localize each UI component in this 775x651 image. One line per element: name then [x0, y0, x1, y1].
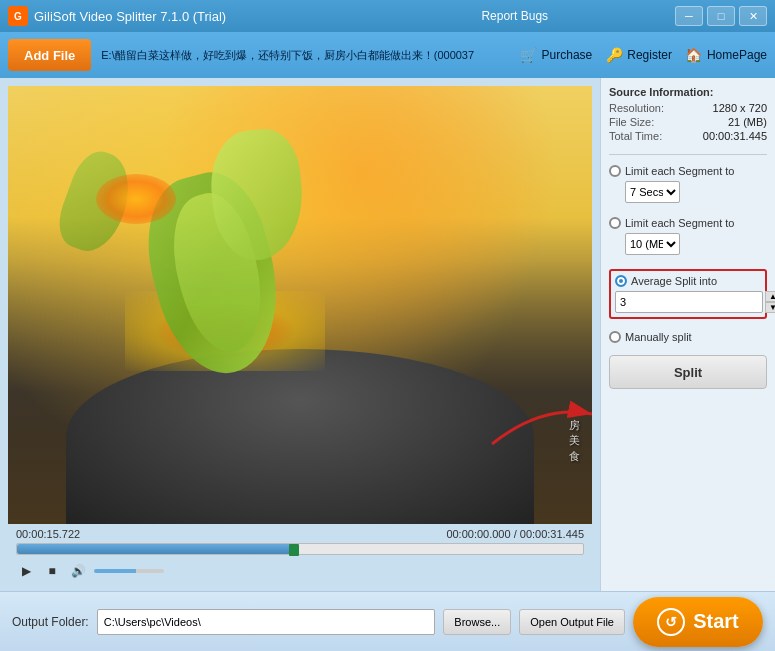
- avg-split-label: Average Split into: [631, 275, 717, 287]
- limit-mb-row: Limit each Segment to: [609, 217, 767, 229]
- open-output-button[interactable]: Open Output File: [519, 609, 625, 635]
- totaltime-row: Total Time: 00:00:31.445: [609, 130, 767, 142]
- progress-thumb[interactable]: [289, 544, 299, 556]
- flame-visual: [96, 174, 176, 224]
- purchase-icon: 🛒: [519, 45, 539, 65]
- totaltime-label: Total Time:: [609, 130, 662, 142]
- avg-split-input[interactable]: [615, 291, 763, 313]
- mb-control: 10 (MB) 20 (MB) 50 (MB) 100 (MB): [625, 233, 767, 255]
- toolbar: Add File E:\醋留白菜这样做，好吃到爆，还特别下饭，厨房小白都能做出来…: [0, 32, 775, 78]
- avg-split-label-row: Average Split into: [615, 275, 761, 287]
- app-logo: G: [8, 6, 28, 26]
- file-path: E:\醋留白菜这样做，好吃到爆，还特别下饭，厨房小白都能做出来！(000037: [101, 48, 510, 63]
- stop-button[interactable]: ■: [42, 561, 62, 581]
- resolution-label: Resolution:: [609, 102, 664, 114]
- timeline-area: 00:00:15.722 00:00:00.000 / 00:00:31.445…: [8, 524, 592, 583]
- right-panel: Source Information: Resolution: 1280 x 7…: [600, 78, 775, 591]
- source-info-title: Source Information:: [609, 86, 767, 98]
- volume-slider[interactable]: [94, 569, 164, 573]
- output-folder-label: Output Folder:: [12, 615, 89, 629]
- manual-split-radio[interactable]: [609, 331, 621, 343]
- bottom-bar: Output Folder: Browse... Open Output Fil…: [0, 591, 775, 651]
- limit-secs-radio[interactable]: [609, 165, 621, 177]
- avg-split-input-row: ▲ ▼: [615, 291, 761, 313]
- output-path-input[interactable]: [97, 609, 436, 635]
- divider-1: [609, 154, 767, 155]
- manual-split-option: Manually split: [609, 331, 767, 343]
- time-display: 00:00:15.722 00:00:00.000 / 00:00:31.445: [16, 528, 584, 540]
- limit-secs-row: Limit each Segment to: [609, 165, 767, 177]
- add-file-button[interactable]: Add File: [8, 39, 91, 71]
- home-icon: 🏠: [684, 45, 704, 65]
- browse-button[interactable]: Browse...: [443, 609, 511, 635]
- playback-controls: ▶ ■ 🔊: [16, 559, 584, 583]
- register-link[interactable]: 🔑 Register: [604, 45, 672, 65]
- wok-visual: [66, 349, 533, 524]
- homepage-link[interactable]: 🏠 HomePage: [684, 45, 767, 65]
- filesize-value: 21 (MB): [728, 116, 767, 128]
- play-button[interactable]: ▶: [16, 561, 36, 581]
- window-controls: ─ □ ✕: [675, 6, 767, 26]
- mb-dropdown[interactable]: 10 (MB) 20 (MB) 50 (MB) 100 (MB): [625, 233, 680, 255]
- titlebar: G GiliSoft Video Splitter 7.1.0 (Trial) …: [0, 0, 775, 32]
- video-scene: 小 房 美 食: [8, 86, 592, 524]
- purchase-link[interactable]: 🛒 Purchase: [519, 45, 593, 65]
- resolution-row: Resolution: 1280 x 720: [609, 102, 767, 114]
- limit-mb-radio[interactable]: [609, 217, 621, 229]
- spin-up-button[interactable]: ▲: [765, 291, 775, 302]
- avg-split-radio[interactable]: [615, 275, 627, 287]
- toolbar-links: 🛒 Purchase 🔑 Register 🏠 HomePage: [519, 45, 767, 65]
- limit-mb-option: Limit each Segment to 10 (MB) 20 (MB) 50…: [609, 217, 767, 261]
- video-text-overlay: 小 房 美 食: [569, 402, 580, 464]
- report-bugs-link[interactable]: Report Bugs: [355, 9, 676, 23]
- start-label: Start: [693, 610, 739, 633]
- limit-mb-label: Limit each Segment to: [625, 217, 734, 229]
- progress-fill: [17, 544, 294, 554]
- spin-down-button[interactable]: ▼: [765, 302, 775, 313]
- source-info: Source Information: Resolution: 1280 x 7…: [609, 86, 767, 144]
- resolution-value: 1280 x 720: [713, 102, 767, 114]
- video-panel: 小 房 美 食 00:00:15.722 00:00:00.0: [0, 78, 600, 591]
- register-icon: 🔑: [604, 45, 624, 65]
- minimize-button[interactable]: ─: [675, 6, 703, 26]
- current-time: 00:00:15.722: [16, 528, 80, 540]
- close-button[interactable]: ✕: [739, 6, 767, 26]
- spin-buttons: ▲ ▼: [765, 291, 775, 313]
- secs-dropdown[interactable]: 7 Secs 10 Secs 15 Secs 30 Secs 60 Secs: [625, 181, 680, 203]
- avg-split-option: Average Split into ▲ ▼: [609, 269, 767, 319]
- limit-secs-label: Limit each Segment to: [625, 165, 734, 177]
- manual-split-label: Manually split: [625, 331, 692, 343]
- total-time: 00:00:00.000 / 00:00:31.445: [446, 528, 584, 540]
- start-button[interactable]: ↺ Start: [633, 597, 763, 647]
- video-container[interactable]: 小 房 美 食: [8, 86, 592, 524]
- maximize-button[interactable]: □: [707, 6, 735, 26]
- volume-button[interactable]: 🔊: [68, 561, 88, 581]
- app-title: GiliSoft Video Splitter 7.1.0 (Trial): [34, 9, 355, 24]
- main-content: 小 房 美 食 00:00:15.722 00:00:00.0: [0, 78, 775, 591]
- progress-bar[interactable]: [16, 543, 584, 555]
- split-button[interactable]: Split: [609, 355, 767, 389]
- filesize-label: File Size:: [609, 116, 654, 128]
- start-icon: ↺: [657, 608, 685, 636]
- limit-secs-option: Limit each Segment to 7 Secs 10 Secs 15 …: [609, 165, 767, 209]
- secs-control: 7 Secs 10 Secs 15 Secs 30 Secs 60 Secs: [625, 181, 767, 203]
- filesize-row: File Size: 21 (MB): [609, 116, 767, 128]
- totaltime-value: 00:00:31.445: [703, 130, 767, 142]
